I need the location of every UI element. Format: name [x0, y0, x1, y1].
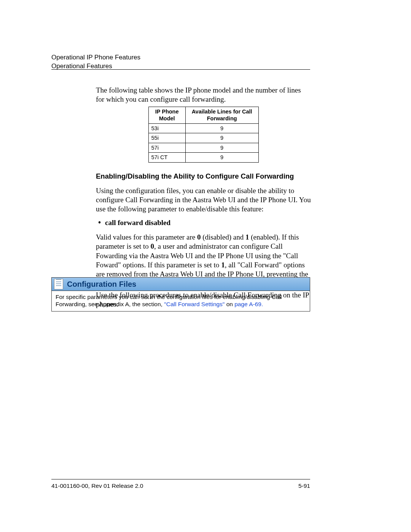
config-files-box: Configuration Files For specific paramet…: [51, 277, 310, 312]
side-caption: Operational IP Phone Features: [373, 0, 403, 23]
config-box-title: Configuration Files: [67, 280, 136, 289]
cell-lines: 9: [185, 123, 258, 133]
footer-rule: [51, 479, 310, 479]
col-header-lines: Available Lines for Call Forwarding: [185, 107, 258, 123]
config-box-header: Configuration Files: [51, 277, 310, 291]
running-header: Operational IP Phone Features Operationa…: [51, 53, 310, 71]
cell-model: 57i CT: [148, 153, 185, 163]
link-call-forward-settings[interactable]: "Call Forward Settings": [164, 301, 225, 307]
ip-phone-table: IP Phone Model Available Lines for Call …: [148, 107, 259, 163]
cell-model: 55i: [148, 133, 185, 143]
table-row: 57i CT 9: [148, 153, 258, 163]
intro-paragraph: The following table shows the IP phone m…: [96, 86, 311, 104]
config-box-body: For specific parameters you can set in t…: [51, 291, 310, 312]
link-page-a69[interactable]: page A-69.: [234, 301, 263, 307]
footer: 41-001160-00, Rev 01 Release 2.0 5-91: [51, 482, 310, 489]
cell-lines: 9: [185, 153, 258, 163]
header-line-1: Operational IP Phone Features: [51, 53, 310, 62]
bullet-list: call forward disabled: [96, 218, 311, 228]
cell-model: 53i: [148, 123, 185, 133]
document-icon: [54, 279, 63, 289]
paragraph: Using the configuration files, you can e…: [96, 186, 311, 214]
page: Operational IP Phone Features Operationa…: [51, 0, 360, 532]
col-header-model: IP Phone Model: [148, 107, 185, 123]
cell-lines: 9: [185, 143, 258, 153]
footer-right: 5-91: [298, 482, 310, 489]
table-row: 53i 9: [148, 123, 258, 133]
cell-lines: 9: [185, 133, 258, 143]
section-heading: Enabling/Disabling the Ability to Config…: [96, 172, 311, 181]
table-row: 57i 9: [148, 143, 258, 153]
cell-model: 57i: [148, 143, 185, 153]
footer-left: 41-001160-00, Rev 01 Release 2.0: [51, 482, 143, 489]
bullet-item: call forward disabled: [105, 218, 311, 228]
table-row: 55i 9: [148, 133, 258, 143]
header-rule: [51, 69, 310, 70]
